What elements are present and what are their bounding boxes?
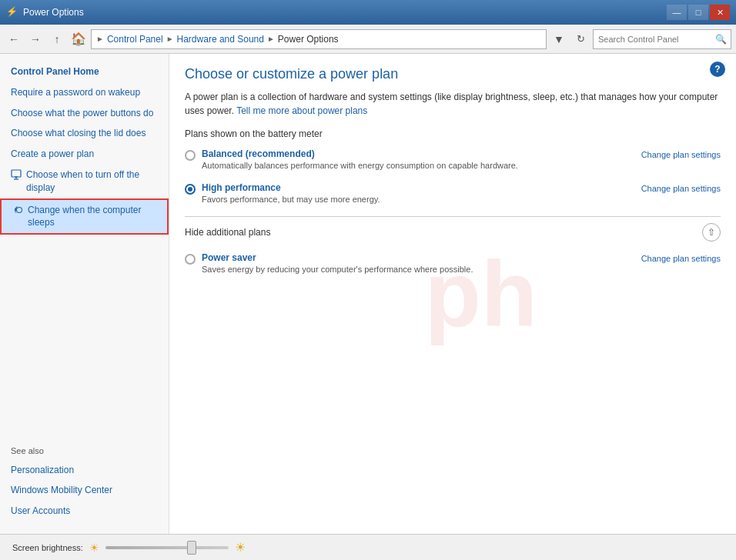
sidebar-item-change-sleep[interactable]: Change when the computer sleeps — [0, 198, 169, 235]
change-plan-high-perf-link[interactable]: Change plan settings — [641, 184, 721, 193]
plan-item-power-saver: Power saver Saves energy by reducing you… — [185, 252, 721, 274]
dropdown-button[interactable]: ▼ — [550, 30, 568, 48]
separator: ► — [96, 35, 104, 43]
plan-power-saver-name: Power saver — [202, 252, 473, 263]
plan-high-perf-desc: Favors performance, but may use more ene… — [202, 195, 380, 204]
slider-thumb[interactable] — [187, 541, 196, 555]
panel-title: Choose or customize a power plan — [185, 66, 721, 82]
sidebar-item-mobility-center[interactable]: Windows Mobility Center — [11, 480, 158, 501]
display-icon — [11, 169, 22, 180]
sidebar-item-personalization[interactable]: Personalization — [11, 460, 158, 481]
search-container: 🔍 — [593, 29, 731, 49]
radio-balanced[interactable] — [185, 150, 196, 161]
sidebar-item-user-accounts[interactable]: User Accounts — [11, 501, 158, 522]
sidebar-item-turn-off-display-label: Choose when to turn off the display — [26, 168, 158, 195]
separator: ► — [166, 35, 174, 43]
minimize-button[interactable]: — — [667, 5, 687, 20]
sidebar-item-create-plan[interactable]: Create a power plan — [0, 144, 169, 165]
address-path: ► Control Panel ► Hardware and Sound ► P… — [91, 29, 547, 49]
main-panel: ph ? Choose or customize a power plan A … — [169, 54, 736, 534]
plan-balanced-desc: Automatically balances performance with … — [202, 161, 518, 170]
title-controls: — □ ✕ — [667, 5, 730, 20]
address-bar: ← → ↑ 🏠 ► Control Panel ► Hardware and S… — [0, 25, 736, 54]
brightness-slider[interactable] — [105, 546, 229, 549]
separator: ► — [267, 35, 275, 43]
radio-power-saver[interactable] — [185, 254, 196, 265]
sidebar-item-power-buttons[interactable]: Choose what the power buttons do — [0, 103, 169, 124]
sidebar-item-turn-off-display[interactable]: Choose when to turn off the display — [0, 165, 169, 198]
app-icon: ⚡ — [6, 6, 18, 18]
plan-power-saver-desc: Saves energy by reducing your computer's… — [202, 265, 473, 274]
back-button[interactable]: ← — [5, 30, 23, 48]
breadcrumb-hardware-sound[interactable]: Hardware and Sound — [177, 34, 264, 45]
content-area: Control Panel Home Require a password on… — [0, 54, 736, 534]
main-window: Control Panel Home Require a password on… — [0, 54, 736, 560]
sidebar-item-home[interactable]: Control Panel Home — [0, 62, 169, 82]
brightness-label: Screen brightness: — [12, 543, 83, 552]
panel-description: A power plan is a collection of hardware… — [185, 90, 721, 118]
svg-rect-0 — [12, 170, 21, 177]
see-also-label: See also — [11, 446, 158, 455]
up-button[interactable]: ↑ — [48, 30, 66, 48]
home-icon: 🏠 — [71, 32, 86, 46]
bottom-bar: Screen brightness: ☀ ☀ — [0, 534, 736, 560]
change-plan-balanced-link[interactable]: Change plan settings — [641, 150, 721, 159]
hide-additional-label: Hide additional plans — [185, 227, 270, 238]
brightness-sun-dim-icon: ☀ — [89, 542, 99, 554]
close-button[interactable]: ✕ — [710, 5, 730, 20]
maximize-button[interactable]: □ — [688, 5, 708, 20]
radio-high-performance[interactable] — [185, 184, 196, 195]
sidebar-item-closing-lid[interactable]: Choose what closing the lid does — [0, 123, 169, 144]
tell-me-more-link[interactable]: Tell me more about power plans — [236, 105, 367, 116]
forward-button[interactable]: → — [26, 30, 45, 48]
title-bar: ⚡ Power Options — □ ✕ — [0, 0, 736, 25]
moon-icon — [12, 205, 23, 215]
hide-additional-plans: Hide additional plans ⇧ — [185, 223, 721, 242]
section-header: Plans shown on the battery meter — [185, 128, 721, 139]
svg-point-5 — [17, 208, 22, 212]
plan-balanced-name: Balanced (recommended) — [202, 148, 518, 159]
refresh-button[interactable]: ↻ — [571, 30, 590, 48]
help-button[interactable]: ? — [710, 62, 725, 77]
brightness-sun-bright-icon: ☀ — [235, 540, 246, 555]
breadcrumb-control-panel[interactable]: Control Panel — [107, 34, 163, 45]
sidebar-see-also: See also Personalization Windows Mobilit… — [0, 438, 169, 526]
breadcrumb-current: Power Options — [278, 34, 339, 45]
sidebar: Control Panel Home Require a password on… — [0, 54, 169, 534]
plan-item-balanced: Balanced (recommended) Automatically bal… — [185, 148, 721, 170]
plan-high-perf-name: High performance — [202, 182, 380, 193]
divider — [185, 216, 721, 217]
plan-item-high-perf: High performance Favors performance, but… — [185, 182, 721, 204]
change-plan-power-saver-link[interactable]: Change plan settings — [641, 254, 721, 263]
chevron-up-button[interactable]: ⇧ — [702, 223, 721, 242]
sidebar-item-change-sleep-label: Change when the computer sleeps — [28, 204, 156, 230]
search-input[interactable] — [593, 29, 731, 49]
title-text: Power Options — [23, 7, 84, 18]
sidebar-item-require-password[interactable]: Require a password on wakeup — [0, 82, 169, 103]
